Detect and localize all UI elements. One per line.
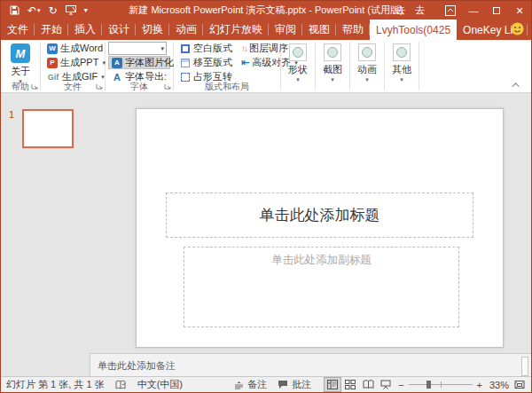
animation-icon <box>358 43 376 61</box>
tab-review[interactable]: 审阅 <box>269 20 302 40</box>
work-area: 1 单击此处添加标题 单击此处添加副标题 单击此处添加备注 <box>1 93 531 351</box>
generate-ppt-label: 生成PPT <box>60 56 98 69</box>
about-button[interactable]: M 关于 ▾ <box>11 42 30 85</box>
maximize-icon <box>493 7 500 14</box>
shapes-button[interactable]: 形状 ▾ <box>288 42 308 83</box>
swap-shape-icon <box>181 73 190 82</box>
screenshot-button[interactable]: 截图 ▾ <box>323 42 342 83</box>
powerpoint-window: ↶▾ ↻ ▾ 新建 Microsoft PowerPoint 演示文稿.pptx… <box>0 0 532 393</box>
dialog-launcher-icon[interactable] <box>31 83 38 90</box>
language-indicator[interactable]: 中文(中国) <box>132 377 188 392</box>
customize-qat-button[interactable]: ▾ <box>84 7 88 14</box>
tab-home[interactable]: 开始 <box>35 20 68 40</box>
animation-label: 动画 <box>357 63 377 76</box>
dropdown-caret-icon: ▾ <box>296 76 300 83</box>
tab-design[interactable]: 设计 <box>102 20 136 40</box>
subtitle-placeholder[interactable]: 单击此处添加副标题 <box>184 247 459 327</box>
about-label: 关于 <box>11 65 30 78</box>
ribbon-group-layout: 空白版式 移至版式 占形互转 ↑↓ 图层调序 ▾ <box>174 40 280 92</box>
redo-button[interactable]: ↻ <box>49 5 58 16</box>
screenshot-label: 截图 <box>323 63 342 76</box>
feedback-smiley-icon[interactable] <box>511 22 524 35</box>
move-to-layout-button[interactable]: 移至版式 <box>176 56 236 69</box>
tab-animations[interactable]: 动画 <box>169 20 203 40</box>
font-picker-combobox[interactable]: ▾ <box>108 42 167 55</box>
shapes-icon <box>289 43 307 61</box>
slide-sorter-view-button[interactable] <box>341 377 359 392</box>
notes-toggle-button[interactable]: 备注 <box>229 377 272 392</box>
other-button[interactable]: 其他 ▾ <box>392 42 411 83</box>
reading-view-button[interactable] <box>359 377 377 392</box>
ppt-icon: P <box>47 58 58 68</box>
dropdown-caret-icon: ▾ <box>400 76 403 83</box>
fit-to-window-button[interactable] <box>511 377 528 392</box>
account-name[interactable]: 去 去 <box>385 4 439 17</box>
gif-icon: Gif <box>47 72 59 83</box>
quick-access-toolbar: ↶▾ ↻ ▾ <box>1 5 97 16</box>
zoom-in-button[interactable]: + <box>477 380 482 390</box>
other-label: 其他 <box>392 63 411 76</box>
minimize-button[interactable]: — <box>462 1 485 20</box>
undo-caret-icon[interactable]: ▾ <box>37 7 41 13</box>
subtitle-placeholder-text: 单击此处添加副标题 <box>271 253 372 268</box>
status-bar: 幻灯片 第 1 张, 共 1 张 中文(中国) 备注 批注 − <box>1 376 531 392</box>
font-picture-icon: A <box>112 58 122 68</box>
blank-layout-button[interactable]: 空白版式 <box>176 42 236 55</box>
font-pictorialize-button[interactable]: A 字体图片化 <box>108 56 170 69</box>
dialog-launcher-icon[interactable] <box>164 83 171 90</box>
generate-word-button[interactable]: W 生成Word <box>43 42 102 55</box>
close-button[interactable]: × <box>508 1 531 20</box>
move-to-layout-label: 移至版式 <box>193 56 232 69</box>
notes-toggle-label: 备注 <box>247 378 267 391</box>
tab-insert[interactable]: 插入 <box>68 20 102 40</box>
proofing-icon[interactable] <box>110 377 132 392</box>
ribbon-display-options-button[interactable] <box>439 1 462 20</box>
collapse-ribbon-button[interactable] <box>511 81 523 90</box>
font-pictorialize-label: 字体图片化 <box>125 56 174 69</box>
group-label-font: 字体 <box>106 82 173 92</box>
tab-lvyhtools-active[interactable]: LvyhTools(0425 <box>370 20 457 40</box>
chevron-up-icon <box>512 83 519 90</box>
comments-toggle-button[interactable]: 批注 <box>272 377 317 392</box>
slide-thumbnail-number: 1 <box>9 109 14 120</box>
undo-button[interactable]: ↶▾ <box>27 5 41 16</box>
zoom-out-button[interactable]: − <box>398 380 403 390</box>
maximize-button[interactable] <box>485 1 508 20</box>
slide-canvas[interactable]: 单击此处添加标题 单击此处添加副标题 <box>136 108 504 348</box>
save-icon[interactable] <box>10 5 20 15</box>
move-layout-icon <box>181 59 190 67</box>
tab-transitions[interactable]: 切换 <box>136 20 169 40</box>
titlebar: ↶▾ ↻ ▾ 新建 Microsoft PowerPoint 演示文稿.pptx… <box>1 1 531 20</box>
tab-slideshow[interactable]: 幻灯片放映 <box>203 20 269 40</box>
ribbon-tab-bar: 文件 开始 插入 设计 切换 动画 幻灯片放映 审阅 视图 帮助 LvyhToo… <box>1 20 531 40</box>
ribbon-group-shapes: 形状 ▾ <box>281 40 315 92</box>
title-placeholder-text: 单击此处添加标题 <box>260 205 380 225</box>
word-icon: W <box>47 43 58 54</box>
lvyhtools-logo-icon: M <box>11 43 30 63</box>
zoom-percentage[interactable]: 33% <box>486 380 511 390</box>
start-slideshow-icon[interactable] <box>66 5 76 15</box>
title-placeholder[interactable]: 单击此处添加标题 <box>166 193 473 238</box>
notes-scrollbar[interactable] <box>521 357 528 376</box>
normal-view-button[interactable] <box>324 377 341 392</box>
tab-zhijiang[interactable]: 智讲 <box>528 20 532 40</box>
notes-pane[interactable]: 单击此处添加备注 <box>90 353 531 378</box>
tab-help[interactable]: 帮助 <box>336 20 370 40</box>
slide-count-indicator[interactable]: 幻灯片 第 1 张, 共 1 张 <box>1 377 110 392</box>
ribbon: M 关于 ▾ 帮助 W 生成Word P 生成PPT ▾ <box>1 40 531 93</box>
zoom-slider[interactable] <box>409 384 473 385</box>
dialog-launcher-icon[interactable] <box>96 83 103 90</box>
tab-view[interactable]: 视图 <box>302 20 336 40</box>
animation-button[interactable]: 动画 ▾ <box>357 42 377 83</box>
ribbon-group-file: W 生成Word P 生成PPT ▾ Gif 生成GIF ▾ 文件 <box>41 40 105 92</box>
tab-file[interactable]: 文件 <box>1 20 35 40</box>
slide-thumbnail[interactable] <box>22 109 74 148</box>
blank-layout-label: 空白版式 <box>193 42 232 55</box>
generate-ppt-button[interactable]: P 生成PPT ▾ <box>43 56 102 69</box>
slideshow-view-button[interactable] <box>377 377 395 392</box>
dropdown-caret-icon: ▾ <box>331 76 334 83</box>
combo-caret-icon: ▾ <box>160 45 164 52</box>
zoom-slider-thumb[interactable] <box>426 381 431 389</box>
group-label-layout: 版式和布局 <box>174 82 280 92</box>
blank-layout-icon <box>181 44 190 53</box>
